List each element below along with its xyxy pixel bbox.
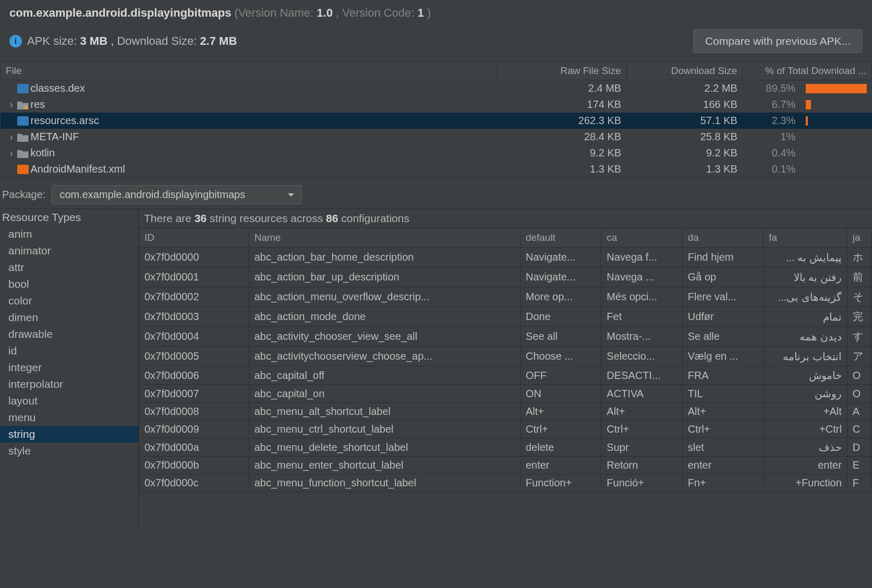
resource-row[interactable]: 0x7f0d0006abc_capital_offOFFDESACTI...FR…	[139, 366, 872, 385]
resource-row[interactable]: 0x7f0d0003abc_action_mode_doneDoneFetUdf…	[139, 307, 872, 327]
res-col-header[interactable]: Name	[249, 228, 520, 248]
chevron-right-icon: ›	[6, 147, 17, 159]
res-col-header[interactable]: ja	[847, 228, 871, 248]
col-raw-size[interactable]: Raw File Size	[498, 62, 627, 80]
res-id: 0x7f0d0003	[139, 307, 249, 327]
resource-row[interactable]: 0x7f0d0007abc_capital_onONACTIVATILروشنO	[139, 385, 872, 403]
file-type-icon	[17, 116, 29, 126]
resource-row[interactable]: 0x7f0d0009abc_menu_ctrl_shortcut_labelCt…	[139, 421, 872, 438]
package-label: Package:	[2, 189, 45, 201]
resource-row[interactable]: 0x7f0d0000abc_action_bar_home_descriptio…	[139, 248, 872, 267]
package-selected: com.example.android.displayingbitmaps	[59, 189, 245, 200]
res-col-header[interactable]: da	[682, 228, 763, 248]
raw-size: 2.4 MB	[498, 80, 627, 97]
res-default: ON	[520, 385, 601, 403]
resource-type-item[interactable]: drawable	[0, 326, 138, 342]
pct-bar-cell	[801, 129, 871, 145]
res-ca: Mostra-...	[601, 327, 682, 347]
col-file[interactable]: File	[1, 62, 498, 80]
download-size: 166 KB	[626, 96, 743, 113]
res-fa: حذف	[764, 438, 847, 457]
download-size: 25.8 KB	[626, 129, 743, 145]
chevron-right-icon: ›	[6, 131, 17, 143]
file-row[interactable]: resources.arsc262.3 KB57.1 KB2.3%	[1, 113, 872, 129]
file-row[interactable]: AndroidManifest.xml1.3 KB1.3 KB0.1%	[1, 161, 872, 177]
res-fa: enter	[764, 457, 847, 474]
file-name: res	[31, 99, 45, 110]
compare-apk-button[interactable]: Compare with previous APK...	[693, 29, 863, 53]
file-row[interactable]: ›kotlin9.2 KB9.2 KB0.4%	[1, 145, 872, 161]
resource-type-item[interactable]: bool	[0, 276, 138, 292]
col-dl-size[interactable]: Download Size	[626, 62, 743, 80]
res-default: Ctrl+	[520, 421, 601, 438]
version-name-value: 1.0	[317, 6, 333, 19]
resource-row[interactable]: 0x7f0d0001abc_action_bar_up_descriptionN…	[139, 267, 872, 287]
res-ja: 前	[847, 267, 871, 287]
res-ja: D	[847, 438, 871, 457]
res-col-header[interactable]: default	[520, 228, 601, 248]
file-type-icon	[17, 132, 29, 142]
chevron-right-icon	[6, 163, 17, 175]
resource-type-item[interactable]: dimen	[0, 309, 138, 326]
res-ja: C	[847, 421, 871, 438]
res-ja: そ	[847, 287, 871, 307]
res-fa: خاموش	[764, 366, 847, 385]
res-fa: تمام	[764, 307, 847, 327]
file-name: kotlin	[31, 147, 55, 158]
res-name: abc_activity_chooser_view_see_all	[249, 327, 520, 347]
res-id: 0x7f0d000c	[139, 474, 249, 492]
resource-row[interactable]: 0x7f0d000babc_menu_enter_shortcut_labele…	[139, 457, 872, 474]
file-row[interactable]: ›META-INF28.4 KB25.8 KB1%	[1, 129, 872, 145]
resource-row[interactable]: 0x7f0d0002abc_action_menu_overflow_descr…	[139, 287, 872, 307]
resource-row[interactable]: 0x7f0d0005abc_activitychooserview_choose…	[139, 347, 872, 366]
resource-type-item[interactable]: style	[0, 443, 138, 459]
resource-type-item[interactable]: integer	[0, 359, 138, 376]
resource-type-item[interactable]: animator	[0, 242, 138, 259]
res-da: TIL	[682, 385, 763, 403]
res-ja: 完	[847, 307, 871, 327]
resource-type-item[interactable]: attr	[0, 259, 138, 276]
res-ca: Alt+	[601, 403, 682, 421]
resource-row[interactable]: 0x7f0d0008abc_menu_alt_shortcut_labelAlt…	[139, 403, 872, 421]
resource-row[interactable]: 0x7f0d0004abc_activity_chooser_view_see_…	[139, 327, 872, 347]
pct-bar	[806, 116, 807, 126]
resource-type-item[interactable]: id	[0, 342, 138, 359]
res-ca: Supr	[601, 438, 682, 457]
res-col-header[interactable]: ca	[601, 228, 682, 248]
res-ca: Retorn	[601, 457, 682, 474]
file-row[interactable]: classes.dex2.4 MB2.2 MB89.5%	[1, 80, 872, 97]
res-col-header[interactable]: fa	[764, 228, 847, 248]
res-fa: Function+	[764, 474, 847, 492]
resource-type-item[interactable]: menu	[0, 409, 138, 426]
res-da: Udfør	[682, 307, 763, 327]
version-name-label: (Version Name:	[235, 6, 317, 19]
resource-type-item[interactable]: string	[0, 426, 138, 443]
res-fa: رفتن به بالا	[764, 267, 847, 287]
resource-type-item[interactable]: layout	[0, 393, 138, 409]
resource-type-item[interactable]: anim	[0, 226, 138, 242]
resource-row[interactable]: 0x7f0d000cabc_menu_function_shortcut_lab…	[139, 474, 872, 492]
res-name: abc_capital_on	[249, 385, 520, 403]
chevron-right-icon	[6, 82, 17, 94]
config-count: 86	[326, 212, 338, 224]
resource-row[interactable]: 0x7f0d000aabc_menu_delete_shortcut_label…	[139, 438, 872, 457]
res-col-header[interactable]: ID	[139, 228, 249, 248]
res-fa: گزینه‌های بی...	[764, 287, 847, 307]
raw-size: 9.2 KB	[498, 145, 627, 161]
res-name: abc_action_mode_done	[249, 307, 520, 327]
file-row[interactable]: ›res174 KB166 KB6.7%	[1, 96, 872, 113]
res-ca: Navega f...	[601, 248, 682, 267]
pct-value: 0.1%	[743, 161, 801, 177]
package-dropdown[interactable]: com.example.android.displayingbitmaps	[52, 185, 302, 204]
resource-count: 36	[195, 212, 207, 224]
file-name: META-INF	[31, 131, 79, 142]
resource-type-item[interactable]: interpolator	[0, 376, 138, 393]
res-ca: Ctrl+	[601, 421, 682, 438]
package-name: com.example.android.displayingbitmaps	[9, 6, 231, 19]
res-default: enter	[520, 457, 601, 474]
res-ca: Navega ...	[601, 267, 682, 287]
resource-type-item[interactable]: color	[0, 292, 138, 309]
res-ja: O	[847, 385, 871, 403]
res-id: 0x7f0d0000	[139, 248, 249, 267]
col-pct[interactable]: % of Total Download ...	[743, 62, 872, 80]
